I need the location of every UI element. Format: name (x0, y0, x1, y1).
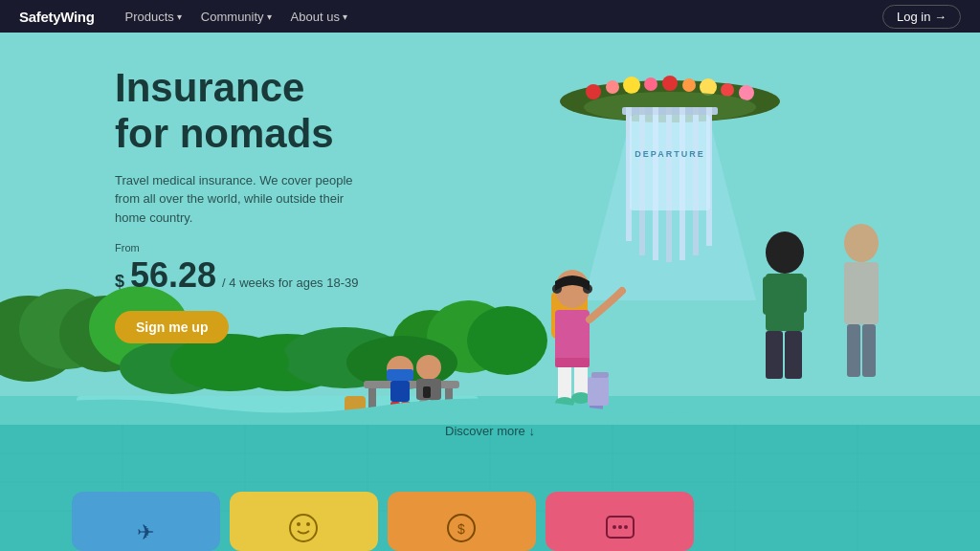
svg-rect-76 (591, 372, 609, 378)
svg-text:DEPARTURE: DEPARTURE (635, 149, 704, 159)
svg-point-34 (721, 83, 734, 97)
svg-point-94 (306, 522, 310, 526)
price-row: $ 56.28 / 4 weeks for ages 18-39 (115, 255, 373, 296)
svg-rect-46 (630, 115, 710, 210)
navbar: SafetyWing Products ▾ Community ▾ About … (0, 0, 980, 33)
svg-rect-68 (558, 363, 571, 401)
brand-logo[interactable]: SafetyWing (19, 9, 95, 25)
svg-rect-69 (574, 363, 588, 396)
svg-rect-84 (844, 262, 879, 324)
svg-point-27 (586, 84, 601, 99)
svg-point-29 (623, 77, 640, 94)
svg-text:$: $ (457, 521, 465, 537)
login-button[interactable]: Log in → (882, 5, 961, 29)
price-amount: 56.28 (130, 255, 216, 296)
hero-subtitle: Travel medical insurance. We cover peopl… (115, 171, 373, 228)
svg-rect-61 (423, 386, 431, 398)
nav-community[interactable]: Community ▾ (193, 6, 279, 28)
svg-text:✈: ✈ (137, 520, 154, 544)
svg-rect-80 (785, 331, 802, 379)
svg-point-98 (612, 525, 616, 529)
svg-rect-85 (847, 324, 860, 377)
svg-rect-79 (766, 331, 783, 379)
nav-about[interactable]: About us ▾ (283, 6, 355, 28)
svg-rect-53 (387, 369, 413, 381)
svg-rect-86 (862, 324, 876, 377)
price-period: / 4 weeks for ages 18-39 (222, 276, 358, 290)
svg-rect-90 (546, 492, 694, 551)
svg-point-31 (662, 76, 678, 91)
sign-me-up-button[interactable]: Sign me up (115, 311, 229, 343)
hero-title: Insurance for nomads (115, 65, 373, 158)
chevron-down-icon: ▾ (267, 11, 272, 22)
svg-point-28 (606, 80, 619, 94)
svg-point-32 (682, 78, 696, 92)
discover-more-link[interactable]: Discover more ↓ (445, 424, 535, 438)
hero-section: DEPARTURE (0, 0, 980, 551)
price-from-label: From (115, 242, 373, 253)
svg-point-30 (644, 77, 657, 91)
price-symbol: $ (115, 272, 124, 292)
svg-point-7 (467, 306, 547, 375)
svg-point-93 (297, 522, 301, 526)
svg-rect-73 (588, 377, 609, 406)
nav-links: Products ▾ Community ▾ About us ▾ (118, 6, 859, 28)
svg-rect-48 (364, 381, 459, 388)
svg-rect-72 (555, 358, 590, 367)
svg-rect-49 (368, 388, 376, 408)
chevron-down-icon: ▾ (177, 11, 182, 22)
svg-rect-82 (797, 276, 807, 313)
chevron-down-icon: ▾ (343, 11, 347, 22)
svg-point-77 (766, 231, 804, 274)
nav-products[interactable]: Products ▾ (118, 6, 189, 28)
svg-point-57 (416, 355, 441, 380)
svg-point-100 (624, 525, 628, 529)
svg-point-99 (618, 525, 622, 529)
svg-rect-54 (390, 381, 410, 402)
hero-content: Insurance for nomads Travel medical insu… (115, 65, 373, 343)
svg-point-83 (844, 224, 879, 262)
svg-rect-81 (763, 276, 772, 315)
svg-rect-64 (555, 310, 590, 363)
svg-point-35 (739, 85, 754, 100)
